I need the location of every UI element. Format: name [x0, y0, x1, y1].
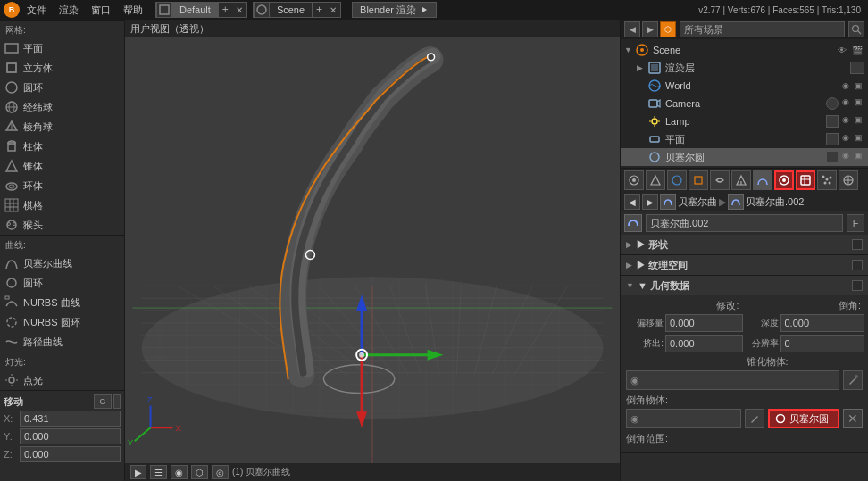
- taper-obj-field[interactable]: ◉: [626, 370, 839, 390]
- sidebar-item-grid[interactable]: 棋格: [0, 195, 124, 215]
- props-tab-texture-highlighted[interactable]: [796, 170, 815, 190]
- sidebar-item-nurbs-curve[interactable]: NURBS 曲线: [0, 293, 124, 312]
- props-tab-scene[interactable]: [646, 170, 665, 190]
- offset-value[interactable]: 0.000: [665, 314, 743, 332]
- tree-arrow-renderlayer[interactable]: ▶: [637, 63, 647, 72]
- sidebar-item-uvsphere[interactable]: 经纬球: [0, 97, 124, 117]
- tree-action-eye-lamp[interactable]: ◉: [840, 115, 851, 128]
- tab-close-scene[interactable]: ✕: [326, 5, 340, 15]
- blender-render-btn[interactable]: Blender 渲染: [352, 2, 437, 18]
- sidebar-item-nurbs-circle[interactable]: NURBS 圆环: [0, 312, 124, 332]
- tree-action-eye-camera[interactable]: ◉: [840, 97, 851, 110]
- tree-action-restrict-scene[interactable]: 👁: [836, 46, 848, 55]
- sidebar-item-torus[interactable]: 环体: [0, 176, 124, 195]
- sidebar-item-point-lamp[interactable]: 点光: [0, 370, 124, 390]
- shape-section-header[interactable]: ▶ ▶ 形状: [621, 235, 868, 254]
- depth-value[interactable]: 0.000: [780, 314, 865, 332]
- viewport-snap-btn[interactable]: ⬡: [191, 465, 208, 479]
- extrude-value[interactable]: 0.000: [665, 335, 743, 352]
- geo-data-header[interactable]: ▼ ▼ 几何数据: [621, 276, 868, 295]
- tree-action-render-plane[interactable]: ▣: [853, 133, 864, 145]
- bevel-obj-remove-btn[interactable]: ✕: [843, 409, 863, 428]
- props-tab-world[interactable]: [667, 170, 687, 190]
- tree-action-lamp-icon[interactable]: [826, 115, 839, 128]
- tree-action-render-camera[interactable]: ▣: [853, 97, 864, 110]
- menu-window[interactable]: 窗口: [86, 2, 116, 19]
- menu-render[interactable]: 渲染: [54, 2, 84, 19]
- blender-icon[interactable]: B: [4, 2, 20, 18]
- tree-item-plane[interactable]: ▶ 平面 ◉ ▣: [621, 130, 868, 148]
- obj-name-input[interactable]: [646, 214, 843, 232]
- sidebar-item-circle[interactable]: 圆环: [0, 78, 124, 97]
- texture-right-btn[interactable]: [852, 260, 863, 270]
- viewport-select-btn[interactable]: ◉: [171, 465, 188, 479]
- breadcrumb-btn-back[interactable]: ◀: [624, 194, 640, 210]
- sidebar-item-bezier-curve[interactable]: 贝塞尔曲线: [0, 253, 124, 273]
- viewport-canvas[interactable]: X Z Y: [125, 37, 620, 463]
- texture-space-header[interactable]: ▶ ▶ 纹理空间: [621, 255, 868, 275]
- props-tab-physics[interactable]: [839, 170, 858, 190]
- tree-action-camera-icon[interactable]: [826, 97, 839, 110]
- sidebar-item-path-curve[interactable]: 路径曲线: [0, 332, 124, 352]
- tree-action-render-bezier[interactable]: ▣: [853, 151, 864, 163]
- geo-right-btn[interactable]: [852, 280, 863, 291]
- bevel-obj-empty-field[interactable]: ◉: [626, 409, 741, 428]
- scene-search-btn[interactable]: [848, 21, 864, 37]
- tab-scene[interactable]: Scene: [270, 2, 313, 18]
- viewport[interactable]: 用户视图（透视）: [125, 20, 620, 481]
- tree-action-plane-icon[interactable]: [826, 133, 839, 145]
- tree-action-render-world[interactable]: ▣: [853, 81, 864, 90]
- obj-f-btn[interactable]: F: [847, 214, 864, 232]
- tree-action-icon-renderlayer[interactable]: [850, 62, 864, 74]
- sidebar-item-plane[interactable]: 平面: [0, 38, 124, 58]
- sidebar-item-cone[interactable]: 锥体: [0, 156, 124, 176]
- sidebar-item-cylinder[interactable]: 柱体: [0, 137, 124, 156]
- bevel-obj-eyedropper[interactable]: [745, 409, 764, 428]
- transform-x-value[interactable]: 0.431: [20, 411, 121, 427]
- tree-action-eye-world[interactable]: ◉: [840, 81, 851, 90]
- tab-add-default[interactable]: +: [219, 4, 232, 16]
- tab-add-scene[interactable]: +: [313, 4, 326, 16]
- viewport-mode-btn[interactable]: ▶: [130, 465, 146, 479]
- scene-icon-btn[interactable]: ⬡: [660, 21, 676, 37]
- scene-tree-btn-2[interactable]: ▶: [642, 21, 658, 37]
- tree-action-eye-plane[interactable]: ◉: [840, 133, 851, 145]
- tab-default[interactable]: Default: [172, 2, 219, 18]
- transform-global-btn[interactable]: G: [94, 394, 112, 409]
- sidebar-item-monkey[interactable]: 猴头: [0, 215, 124, 235]
- tree-arrow-scene[interactable]: ▼: [624, 46, 635, 54]
- tree-action-bezier-icon[interactable]: [826, 151, 839, 163]
- transform-expand-btn[interactable]: [113, 394, 121, 409]
- props-tab-data[interactable]: [753, 170, 772, 190]
- sidebar-item-icosphere[interactable]: 棱角球: [0, 117, 124, 137]
- tree-action-eye-bezier[interactable]: ◉: [840, 151, 851, 163]
- props-tab-object[interactable]: [689, 170, 708, 190]
- bevel-obj-bezier-btn[interactable]: 贝塞尔圆: [768, 409, 839, 428]
- sidebar-item-curve-circle[interactable]: 圆环: [0, 273, 124, 293]
- obj-icon-btn[interactable]: [624, 214, 642, 232]
- viewport-proportional-btn[interactable]: ◎: [212, 465, 229, 479]
- scene-filter[interactable]: 所有场景: [680, 21, 845, 37]
- tree-item-world[interactable]: ▶ World ◉ ▣: [621, 77, 868, 95]
- menu-file[interactable]: 文件: [21, 2, 52, 19]
- tree-item-scene[interactable]: ▼ Scene 👁 🎬: [621, 41, 868, 59]
- props-tab-render[interactable]: [624, 170, 644, 190]
- tree-action-render-scene[interactable]: 🎬: [850, 46, 864, 55]
- props-tab-constraints[interactable]: [710, 170, 730, 190]
- props-tab-particles[interactable]: [817, 170, 837, 190]
- resolution-value[interactable]: 0: [780, 335, 865, 352]
- tree-item-renderlayer[interactable]: ▶ 渲染层: [621, 59, 868, 77]
- menu-help[interactable]: 帮助: [118, 2, 148, 19]
- viewport-view-btn[interactable]: ☰: [150, 465, 167, 479]
- taper-obj-eyedropper[interactable]: [843, 370, 863, 390]
- tab-close-default[interactable]: ✕: [232, 5, 246, 15]
- tree-item-camera[interactable]: ▶ Camera ◉ ▣: [621, 95, 868, 112]
- scene-tree-btn-1[interactable]: ◀: [624, 21, 640, 37]
- transform-y-value[interactable]: 0.000: [20, 428, 121, 444]
- tree-action-render-lamp[interactable]: ▣: [853, 115, 864, 128]
- tree-item-bezier-circle[interactable]: ▶ 贝塞尔圆 ◉ ▣: [621, 148, 868, 166]
- tree-item-lamp[interactable]: ▶ Lamp ◉ ▣: [621, 112, 868, 130]
- sidebar-item-cube[interactable]: 立方体: [0, 58, 124, 78]
- breadcrumb-btn-forward[interactable]: ▶: [642, 194, 658, 210]
- props-tab-modifiers[interactable]: [731, 170, 751, 190]
